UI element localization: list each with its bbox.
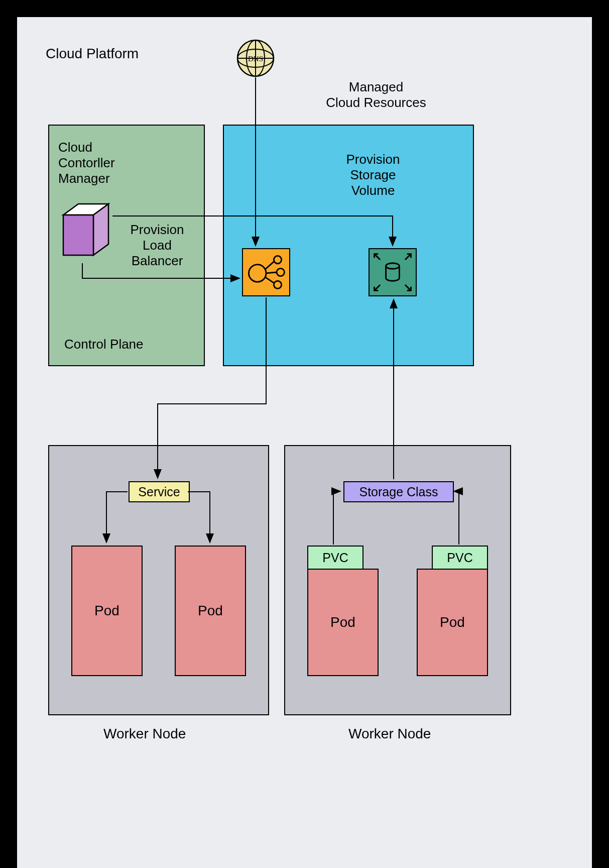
service-box: Service xyxy=(129,481,190,502)
pvc-2: PVC xyxy=(432,546,488,570)
ccm-cube-icon xyxy=(58,200,108,250)
dns-text: DNS xyxy=(248,55,263,63)
control-plane-label: Control Plane xyxy=(64,337,144,352)
pod-label: Pod xyxy=(440,614,465,630)
pvc-label: PVC xyxy=(447,551,472,565)
storage-class-box: Storage Class xyxy=(343,481,454,502)
svg-point-8 xyxy=(249,265,267,282)
worker-node-1-label: Worker Node xyxy=(103,725,186,742)
provision-storage-label: Provision Storage Volume xyxy=(330,152,416,199)
pod-label: Pod xyxy=(94,603,119,619)
pod-label: Pod xyxy=(198,603,223,619)
managed-cloud-box: Provision Storage Volume xyxy=(223,125,474,366)
service-label: Service xyxy=(138,485,180,499)
pod-4: Pod xyxy=(417,569,488,676)
pvc-label: PVC xyxy=(322,551,348,565)
svg-marker-7 xyxy=(63,215,93,255)
worker-node-2: Storage Class PVC PVC Pod Pod xyxy=(284,445,511,715)
managed-cloud-label: Managed Cloud Resources xyxy=(313,79,439,111)
svg-point-11 xyxy=(274,281,281,288)
worker-node-1: Service Pod Pod xyxy=(48,445,269,715)
svg-point-9 xyxy=(274,256,281,263)
svg-line-14 xyxy=(265,277,274,283)
provision-lb-label: Provision Load Balancer xyxy=(119,222,195,269)
ccm-label: Cloud Contorller Manager xyxy=(58,140,149,187)
title-label: Cloud Platform xyxy=(46,45,139,62)
svg-point-10 xyxy=(277,268,284,276)
control-plane-box: Cloud Contorller Manager Provision Load … xyxy=(48,125,205,366)
svg-line-12 xyxy=(265,262,274,269)
dns-globe-icon: DNS xyxy=(235,38,276,78)
svg-point-15 xyxy=(386,263,400,269)
cloud-platform-diagram: Cloud Platform DNS Managed Cloud Resourc… xyxy=(10,10,599,868)
svg-line-13 xyxy=(266,272,277,273)
pod-label: Pod xyxy=(330,614,355,630)
pod-2: Pod xyxy=(175,546,246,676)
pod-3: Pod xyxy=(307,569,379,676)
storage-volume-icon xyxy=(369,248,417,296)
worker-node-2-label: Worker Node xyxy=(348,725,431,742)
load-balancer-icon xyxy=(242,248,290,296)
storage-class-label: Storage Class xyxy=(359,485,438,499)
pod-1: Pod xyxy=(71,546,143,676)
pvc-1: PVC xyxy=(307,546,363,570)
